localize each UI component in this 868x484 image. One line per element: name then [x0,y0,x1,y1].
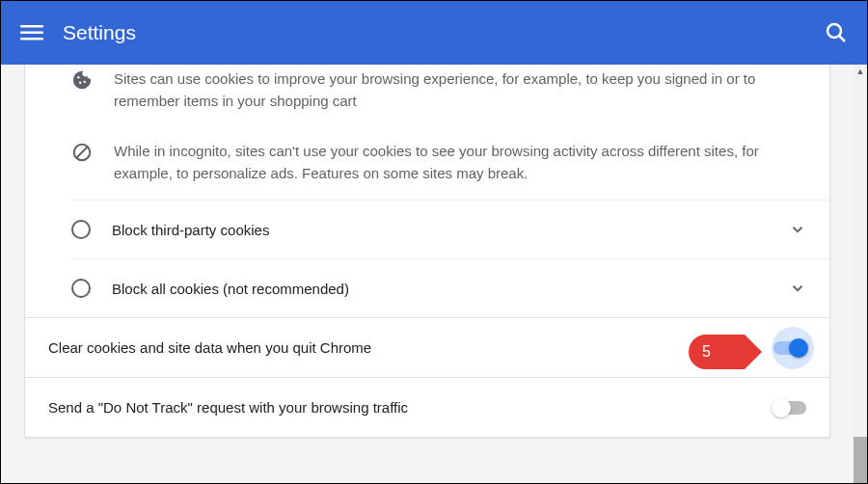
info-item-cookies: Sites can use cookies to improve your br… [25,65,829,128]
radio-icon[interactable] [71,279,91,298]
radio-icon[interactable] [71,220,91,239]
info-text: Sites can use cookies to improve your br… [114,67,806,113]
search-icon[interactable] [825,21,848,44]
option-block-third-party[interactable]: Block third-party cookies [71,200,829,258]
svg-rect-2 [20,38,43,40]
setting-do-not-track: Send a "Do Not Track" request with your … [25,377,829,437]
setting-label: Send a "Do Not Track" request with your … [48,399,773,416]
info-text: While in incognito, sites can't use your… [114,140,806,185]
option-block-all[interactable]: Block all cookies (not recommended) [71,258,829,317]
svg-line-4 [840,37,846,42]
toggle-clear-on-exit[interactable] [773,341,806,355]
option-label: Block third-party cookies [112,222,789,238]
setting-label: Clear cookies and site data when you qui… [48,339,773,356]
content-area: Sites can use cookies to improve your br… [1,65,854,483]
scrollbar[interactable]: ▲ [854,65,867,483]
svg-rect-0 [20,25,43,28]
toggle-wrap [773,401,806,415]
toggle-wrap [773,341,806,355]
chevron-down-icon[interactable] [789,280,806,297]
option-label: Block all cookies (not recommended) [112,281,789,297]
svg-point-5 [77,76,79,78]
annotation-callout: 5 [689,335,745,369]
chevron-down-icon[interactable] [789,221,806,238]
callout-number: 5 [702,343,711,361]
page-title: Settings [63,21,825,44]
scrollbar-up-icon[interactable]: ▲ [854,65,867,78]
settings-card: Sites can use cookies to improve your br… [24,65,830,438]
setting-clear-on-exit: Clear cookies and site data when you qui… [25,317,829,377]
info-item-incognito: While in incognito, sites can't use your… [25,128,829,201]
svg-point-7 [84,81,86,83]
svg-line-9 [77,147,88,157]
toggle-knob [789,338,808,358]
toggle-do-not-track[interactable] [773,401,806,415]
scrollbar-thumb[interactable] [854,437,867,483]
toggle-knob [772,398,791,417]
svg-point-3 [827,24,841,38]
svg-point-6 [79,82,81,84]
menu-icon[interactable] [20,21,43,44]
svg-rect-1 [20,32,43,35]
block-icon [71,142,93,163]
cookie-icon [71,69,93,91]
topbar: Settings [1,1,867,65]
